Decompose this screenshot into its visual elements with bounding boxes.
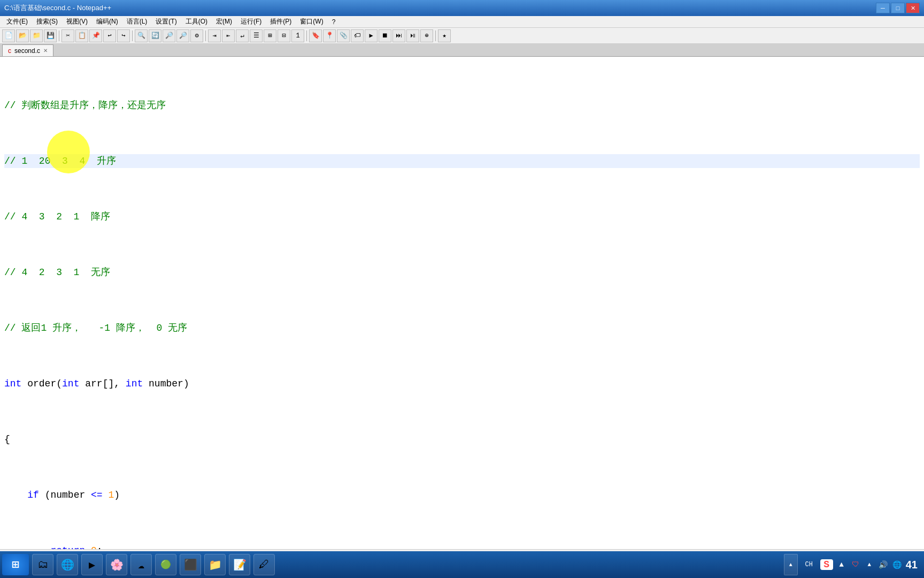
taskbar-cmd[interactable]: ⬛ (180, 554, 201, 575)
close-button[interactable]: ✕ (906, 3, 920, 13)
menu-plugins[interactable]: 插件(P) (266, 16, 296, 27)
tab-bar: c second.c ✕ (0, 44, 924, 57)
tab-label: second.c (14, 47, 40, 55)
taskbar-tray: ▲ CH S ▲ 🛡 ▲ 🔊 🌐 41 (784, 554, 922, 575)
taskbar-chrome[interactable]: 🟢 (155, 554, 176, 575)
menu-view[interactable]: 视图(V) (62, 16, 92, 27)
debug-button[interactable]: ⏭ (392, 29, 405, 42)
taskbar-flower[interactable]: 🌸 (106, 554, 127, 575)
code-line-3: // 4 3 2 1 降序 (4, 210, 920, 224)
sync-button[interactable]: ⚙ (190, 29, 203, 42)
title-bar: C:\语言基础\second.c - Notepad++ ─ □ ✕ (0, 0, 924, 16)
bookmark1[interactable]: 🔖 (309, 29, 322, 42)
code-editor[interactable]: // 判断数组是升序，降序，还是无序 // 1 20 3 4 升序 // 4 3… (0, 57, 924, 549)
menu-file[interactable]: 文件(E) (2, 16, 32, 27)
tab-close-button[interactable]: ✕ (43, 48, 48, 54)
code-line-5: // 返回1 升序， -1 降序， 0 无序 (4, 321, 920, 335)
window-controls: ─ □ ✕ (876, 3, 920, 13)
start-button[interactable]: ⊞ (2, 554, 29, 575)
tray-network[interactable]: ▲ (836, 559, 847, 570)
indent-button[interactable]: ⇥ (208, 29, 221, 42)
menu-settings[interactable]: 设置(T) (151, 16, 181, 27)
menu-window[interactable]: 窗口(W) (296, 16, 327, 27)
num-button[interactable]: 1 (291, 29, 304, 42)
sep4 (306, 31, 307, 41)
extra-button[interactable]: ⊕ (420, 29, 433, 42)
open-button[interactable]: 📂 (16, 29, 29, 42)
bookmark4[interactable]: 🏷 (351, 29, 364, 42)
new-button[interactable]: 📄 (2, 29, 15, 42)
minimize-button[interactable]: ─ (876, 3, 890, 13)
view-toggle[interactable]: ☰ (250, 29, 263, 42)
taskbar-filezilla[interactable]: 📁 (204, 554, 226, 575)
redo-button[interactable]: ↪ (117, 29, 130, 42)
tray-expand2[interactable]: ▲ (864, 559, 875, 570)
menu-macro[interactable]: 宏(M) (212, 16, 236, 27)
cut-button[interactable]: ✂ (61, 29, 74, 42)
sep3 (205, 31, 206, 41)
stop-button[interactable]: ⏹ (379, 29, 391, 42)
special-button[interactable]: ★ (438, 29, 451, 42)
code-line-1: // 判断数组是升序，降序，还是无序 (4, 98, 920, 112)
sep5 (435, 31, 436, 41)
tab-icon: c (8, 47, 11, 55)
taskbar: ⊞ 🗂 🌐 ▶ 🌸 ☁ 🟢 ⬛ 📁 📝 🖊 ▲ CH S ▲ 🛡 ▲ 🔊 🌐 4… (0, 551, 924, 578)
bookmark3[interactable]: 📎 (337, 29, 350, 42)
menu-search[interactable]: 搜索(S) (32, 16, 62, 27)
clock-number: 41 (906, 559, 918, 571)
menu-encode[interactable]: 编码(N) (92, 16, 122, 27)
open2-button[interactable]: 📁 (30, 29, 43, 42)
step-button[interactable]: ⏯ (406, 29, 419, 42)
sep2 (132, 31, 133, 41)
replace-button[interactable]: 🔄 (149, 29, 161, 42)
split-button[interactable]: ⊞ (264, 29, 276, 42)
code-line-2: // 1 20 3 4 升序 (4, 154, 920, 168)
taskbar-icons: 🗂 🌐 ▶ 🌸 ☁ 🟢 ⬛ 📁 📝 🖊 (32, 554, 275, 575)
tab-second-c[interactable]: c second.c ✕ (2, 44, 53, 56)
menu-language[interactable]: 语言(L) (122, 16, 152, 27)
code-line-8: if (number <= 1) (4, 488, 920, 502)
taskbar-ie[interactable]: 🌐 (57, 554, 78, 575)
undo-button[interactable]: ↩ (103, 29, 116, 42)
paste-button[interactable]: 📌 (89, 29, 102, 42)
taskbar-word[interactable]: 📝 (229, 554, 250, 575)
copy-button[interactable]: 📋 (75, 29, 88, 42)
maximize-button[interactable]: □ (891, 3, 905, 13)
taskbar-clock: 41 (906, 559, 918, 571)
tray-ch[interactable]: CH (801, 559, 817, 570)
sep1 (59, 31, 59, 41)
editor-area[interactable]: // 判断数组是升序，降序，还是无序 // 1 20 3 4 升序 // 4 3… (0, 57, 924, 549)
taskbar-cloud[interactable]: ☁ (130, 554, 152, 575)
run2-button[interactable]: ▶ (365, 29, 378, 42)
window-title: C:\语言基础\second.c - Notepad++ (4, 3, 876, 13)
taskbar-media[interactable]: ▶ (81, 554, 103, 575)
menu-tools[interactable]: 工具(O) (181, 16, 212, 27)
tray-speaker[interactable]: 🔊 (878, 559, 889, 570)
tray-shield[interactable]: 🛡 (850, 559, 861, 570)
bookmark2[interactable]: 📍 (323, 29, 336, 42)
split2-button[interactable]: ⊟ (278, 29, 290, 42)
code-line-6: int order(int arr[], int number) (4, 377, 920, 391)
taskbar-pen[interactable]: 🖊 (253, 554, 275, 575)
code-line-4: // 4 2 3 1 无序 (4, 265, 920, 279)
menu-bar: 文件(E) 搜索(S) 视图(V) 编码(N) 语言(L) 设置(T) 工具(O… (0, 16, 924, 28)
wrap-button[interactable]: ↵ (236, 29, 249, 42)
toolbar: 📄 📂 📁 💾 ✂ 📋 📌 ↩ ↪ 🔍 🔄 🔎 🔎 ⚙ ⇥ ⇤ ↵ ☰ ⊞ ⊟ … (0, 28, 924, 44)
code-line-7: { (4, 432, 920, 446)
find-button[interactable]: 🔍 (135, 29, 148, 42)
tray-expand[interactable]: ▲ (784, 554, 798, 575)
menu-help[interactable]: ? (328, 16, 340, 27)
tray-network2[interactable]: 🌐 (892, 559, 903, 570)
taskbar-explorer[interactable]: 🗂 (32, 554, 53, 575)
unindent-button[interactable]: ⇤ (222, 29, 235, 42)
zoom-out[interactable]: 🔎 (176, 29, 189, 42)
zoom-in[interactable]: 🔎 (163, 29, 175, 42)
tray-s[interactable]: S (820, 559, 833, 570)
save-button[interactable]: 💾 (44, 29, 57, 42)
menu-run[interactable]: 运行(F) (236, 16, 266, 27)
code-line-9: return 0; (4, 544, 920, 549)
